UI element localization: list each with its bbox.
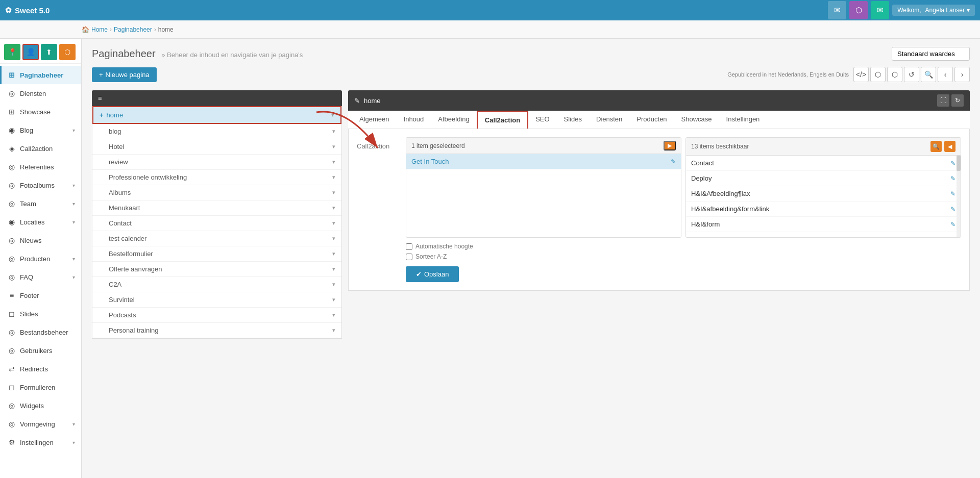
sidebar-item-fotoalbums[interactable]: ◎ Fotoalbums ▾ <box>0 176 81 194</box>
available-item-hi-form-link[interactable]: H&I&form&link ✎ <box>686 232 961 237</box>
tree-btn[interactable]: ⬡ <box>887 67 902 82</box>
detail-header-left: ✎ home <box>354 97 381 105</box>
tree-item-podcasts[interactable]: Podcasts ▾ <box>92 308 341 323</box>
hi-afb-lax-edit-btn[interactable]: ✎ <box>950 190 955 197</box>
detail-expand-btn[interactable]: ⛶ <box>937 94 949 107</box>
hi-afb-form-link-edit-btn[interactable]: ✎ <box>950 206 955 213</box>
sidebar-item-redirects[interactable]: ⇄ Redirects <box>0 360 81 378</box>
tab-slides[interactable]: Slides <box>557 111 589 129</box>
sidebar-item-paginabeheer[interactable]: ⊞ Paginabeheer <box>0 66 81 84</box>
sidebar-item-footer[interactable]: ≡ Footer <box>0 286 81 305</box>
available-item-hi-afb-lax[interactable]: H&I&Afbeelding¶lax ✎ <box>686 186 961 202</box>
detail-header: ✎ home ⛶ ↻ <box>348 90 970 111</box>
sidebar-item-locaties[interactable]: ◉ Locaties ▾ <box>0 213 81 231</box>
tab-diensten[interactable]: Diensten <box>589 111 629 129</box>
tab-showcase[interactable]: Showcase <box>674 111 719 129</box>
tree-item-test-calender[interactable]: test calender ▾ <box>92 231 341 246</box>
sidebar-item-slides[interactable]: ◻ Slides <box>0 305 81 323</box>
sidebar-item-instellingen[interactable]: ⚙ Instellingen ▾ <box>0 433 81 451</box>
sidebar-item-producten[interactable]: ◎ Producten ▾ <box>0 249 81 268</box>
share-btn[interactable]: ⬡ <box>870 67 886 82</box>
faq-arrow: ▾ <box>72 274 75 280</box>
refresh-btn[interactable]: ↺ <box>904 67 919 82</box>
sidebar-btn-upload[interactable]: ⬆ <box>41 44 57 60</box>
tree-item-offerte[interactable]: Offerte aanvragen ▾ <box>92 262 341 277</box>
next-btn[interactable]: › <box>954 67 970 82</box>
sidebar-item-blog[interactable]: ◉ Blog ▾ <box>0 121 81 139</box>
tree-item-contact[interactable]: Contact ▾ <box>92 216 341 231</box>
tree-item-personal-training[interactable]: Personal training ▾ <box>92 323 341 338</box>
standard-values-dropdown[interactable]: Standaard waardes <box>892 47 970 61</box>
tree-item-hotel[interactable]: Hotel ▾ <box>92 139 341 155</box>
sidebar-item-nieuws[interactable]: ◎ Nieuws <box>0 231 81 249</box>
tab-seo[interactable]: SEO <box>528 111 556 129</box>
prev-btn[interactable]: ‹ <box>938 67 953 82</box>
sidebar-item-gebruikers[interactable]: ◎ Gebruikers <box>0 341 81 360</box>
bestelformulier-tree-arrow: ▾ <box>332 250 335 257</box>
move-right-btn[interactable]: ▶ <box>664 141 676 150</box>
scrollbar-thumb[interactable] <box>957 156 961 171</box>
contact-edit-btn[interactable]: ✎ <box>950 160 955 167</box>
content-area: Paginabeheer » Beheer de inhoud en navig… <box>82 39 980 478</box>
sidebar-btn-paginabeheer[interactable]: 👤 <box>22 44 39 60</box>
code-btn[interactable]: </> <box>853 67 869 82</box>
auto-height-checkbox[interactable] <box>406 243 412 250</box>
tab-afbeelding[interactable]: Afbeelding <box>431 111 476 129</box>
available-search-btn[interactable]: 🔍 <box>930 141 942 152</box>
get-in-touch-edit-btn[interactable]: ✎ <box>671 158 676 165</box>
tab-algemeen[interactable]: Algemeen <box>352 111 397 129</box>
sidebar-item-bestandsbeheer[interactable]: ◎ Bestandsbeheer <box>0 323 81 341</box>
search-toolbar-btn[interactable]: 🔍 <box>921 67 936 82</box>
tab-producten[interactable]: Producten <box>629 111 674 129</box>
instellingen-arrow: ▾ <box>72 440 75 445</box>
breadcrumb-section[interactable]: Paginabeheer <box>114 26 152 33</box>
email-icon-btn[interactable]: ✉ <box>828 1 846 19</box>
available-left-btn[interactable]: ◀ <box>944 141 955 152</box>
detail-refresh-btn[interactable]: ↻ <box>951 94 964 107</box>
tree-item-c2a[interactable]: C2A ▾ <box>92 277 341 292</box>
breadcrumb-sep2: › <box>154 26 156 33</box>
available-item-hi-form[interactable]: H&I&form ✎ <box>686 217 961 232</box>
sidebar-item-vormgeving[interactable]: ◎ Vormgeving ▾ <box>0 415 81 433</box>
sidebar-btn-share[interactable]: ⬡ <box>59 44 76 60</box>
sidebar-item-diensten[interactable]: ◎ Diensten <box>0 84 81 103</box>
sort-alpha-checkbox[interactable] <box>406 254 412 260</box>
hi-form-link-edit-btn[interactable]: ✎ <box>950 236 955 238</box>
tree-item-blog[interactable]: blog ▾ <box>92 124 341 139</box>
selected-item-get-in-touch[interactable]: Get In Touch ✎ <box>406 154 681 169</box>
tree-item-albums[interactable]: Albums ▾ <box>92 185 341 200</box>
save-button[interactable]: ✔ Opslaan <box>406 266 459 282</box>
deploy-edit-btn[interactable]: ✎ <box>950 175 955 182</box>
sidebar-item-showcase[interactable]: ⊞ Showcase <box>0 103 81 121</box>
tab-producten-label: Producten <box>636 115 667 123</box>
tab-inhoud[interactable]: Inhoud <box>397 111 431 129</box>
offerte-tree-arrow: ▾ <box>332 266 335 272</box>
sidebar-item-widgets[interactable]: ◎ Widgets <box>0 396 81 415</box>
tree-item-review[interactable]: review ▾ <box>92 155 341 170</box>
tree-item-menukaart[interactable]: Menukaart ▾ <box>92 200 341 216</box>
tree-item-c2a-label: C2A <box>109 281 332 288</box>
sidebar-item-call2action[interactable]: ◈ Call2action <box>0 139 81 158</box>
tree-item-survintel[interactable]: Survintel ▾ <box>92 292 341 308</box>
page-subtitle: » Beheer de inhoud en navigatie van je p… <box>161 51 303 59</box>
shield-icon-btn[interactable]: ⬡ <box>849 1 868 19</box>
available-item-deploy[interactable]: Deploy ✎ <box>686 171 961 186</box>
available-item-hi-afb-form-link[interactable]: H&I&afbeelding&form&link ✎ <box>686 202 961 217</box>
tab-instellingen[interactable]: Instellingen <box>719 111 767 129</box>
sidebar-btn-location[interactable]: 📍 <box>4 44 20 60</box>
available-item-contact[interactable]: Contact ✎ <box>686 156 961 171</box>
tab-call2action[interactable]: Call2action <box>477 111 528 129</box>
hi-form-edit-btn[interactable]: ✎ <box>950 221 955 228</box>
tree-item-professionele[interactable]: Professionele ontwikkeling ▾ <box>92 170 341 185</box>
mail-icon-btn[interactable]: ✉ <box>871 1 889 19</box>
tree-item-bestelformulier[interactable]: Bestelformulier ▾ <box>92 246 341 262</box>
user-menu-btn[interactable]: Welkom, Angela Lanser ▾ <box>892 5 975 16</box>
sidebar-item-formulieren[interactable]: ◻ Formulieren <box>0 378 81 396</box>
toolbar-right: Gepubliceerd in het Nederlands, Engels e… <box>727 67 970 82</box>
sidebar-item-team[interactable]: ◎ Team ▾ <box>0 194 81 213</box>
sidebar-item-referenties[interactable]: ◎ Referenties <box>0 158 81 176</box>
new-page-button[interactable]: + Nieuwe pagina <box>92 67 157 82</box>
breadcrumb-home[interactable]: Home <box>91 26 108 33</box>
tree-item-home[interactable]: + home ▾ <box>92 106 341 124</box>
sidebar-item-faq[interactable]: ◎ FAQ ▾ <box>0 268 81 286</box>
